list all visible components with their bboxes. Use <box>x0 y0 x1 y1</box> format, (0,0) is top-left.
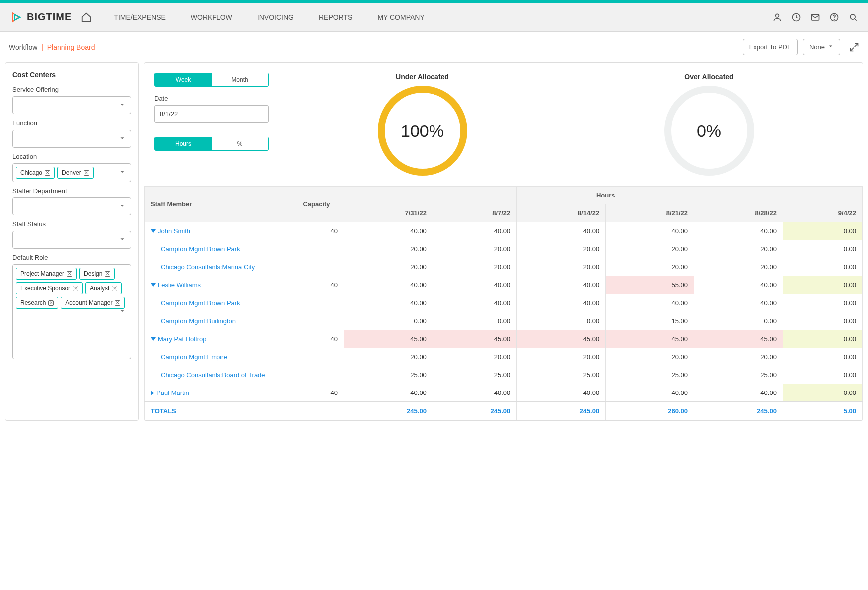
cell-hours[interactable]: 40.00 <box>344 384 433 402</box>
staff-link[interactable]: Paul Martin <box>151 389 283 396</box>
logo[interactable]: BIGTIME <box>10 11 72 24</box>
cell-hours[interactable]: 40.00 <box>694 222 783 240</box>
project-link[interactable]: Campton Mgmt:Empire <box>151 353 283 361</box>
select-function[interactable] <box>12 130 131 148</box>
cell-hours[interactable]: 0.00 <box>783 312 862 330</box>
expand-icon[interactable] <box>151 391 154 395</box>
cell-hours[interactable]: 40.00 <box>517 294 606 312</box>
project-link[interactable]: Chicago Consultants:Marina City <box>151 263 283 271</box>
cell-hours[interactable]: 20.00 <box>694 348 783 366</box>
select-status[interactable] <box>12 231 131 249</box>
cell-hours[interactable]: 0.00 <box>783 240 862 258</box>
cell-hours[interactable]: 40.00 <box>694 384 783 402</box>
help-icon[interactable] <box>829 12 839 22</box>
chip-remove-icon[interactable]: ✕ <box>45 170 50 176</box>
cell-hours[interactable]: 0.00 <box>783 276 862 294</box>
chip-remove-icon[interactable]: ✕ <box>115 300 120 306</box>
cell-hours[interactable]: 25.00 <box>694 366 783 384</box>
cell-hours[interactable]: 40.00 <box>344 276 433 294</box>
select-service-offering[interactable] <box>12 96 131 114</box>
select-location[interactable]: Chicago✕Denver✕ <box>12 163 131 182</box>
project-link[interactable]: Campton Mgmt:Brown Park <box>151 245 283 253</box>
chip-remove-icon[interactable]: ✕ <box>105 271 110 277</box>
cell-hours[interactable]: 20.00 <box>606 240 694 258</box>
cell-hours[interactable]: 0.00 <box>433 312 516 330</box>
chip-remove-icon[interactable]: ✕ <box>84 170 89 176</box>
date-input[interactable] <box>154 105 269 123</box>
cell-hours[interactable]: 25.00 <box>344 366 433 384</box>
cell-hours[interactable]: 20.00 <box>344 240 433 258</box>
cell-hours[interactable]: 20.00 <box>433 240 516 258</box>
cell-hours[interactable]: 0.00 <box>783 384 862 402</box>
home-icon[interactable] <box>81 12 92 23</box>
cell-hours[interactable]: 45.00 <box>694 330 783 348</box>
cell-hours[interactable]: 40.00 <box>344 222 433 240</box>
nav-item-my-company[interactable]: MY COMPANY <box>377 13 424 21</box>
cell-hours[interactable]: 45.00 <box>517 330 606 348</box>
breadcrumb-root[interactable]: Workflow <box>9 43 37 51</box>
clock-icon[interactable] <box>791 12 801 22</box>
cell-hours[interactable]: 0.00 <box>783 348 862 366</box>
allocation-table-wrap[interactable]: Staff Member Capacity Hours 7/31/228/7/2… <box>144 186 863 420</box>
cell-hours[interactable]: 20.00 <box>606 258 694 276</box>
chip-remove-icon[interactable]: ✕ <box>48 300 54 306</box>
select-default-role[interactable]: Project Manager✕Design✕Executive Sponsor… <box>12 264 131 359</box>
cell-hours[interactable]: 20.00 <box>433 258 516 276</box>
cell-hours[interactable]: 40.00 <box>606 294 694 312</box>
cell-hours[interactable]: 20.00 <box>517 348 606 366</box>
select-department[interactable] <box>12 197 131 215</box>
cell-hours[interactable]: 20.00 <box>344 348 433 366</box>
unit-percent[interactable]: % <box>212 137 268 150</box>
cell-hours[interactable]: 45.00 <box>433 330 516 348</box>
cell-hours[interactable]: 25.00 <box>433 366 516 384</box>
project-link[interactable]: Campton Mgmt:Brown Park <box>151 299 283 307</box>
cell-hours[interactable]: 40.00 <box>433 294 516 312</box>
nav-item-invoicing[interactable]: INVOICING <box>257 13 294 21</box>
cell-hours[interactable]: 0.00 <box>783 294 862 312</box>
cell-hours[interactable]: 45.00 <box>344 330 433 348</box>
expand-icon[interactable] <box>849 42 859 52</box>
cell-hours[interactable]: 40.00 <box>606 384 694 402</box>
mail-icon[interactable] <box>810 12 820 22</box>
staff-link[interactable]: Mary Pat Holtrop <box>151 335 283 343</box>
cell-hours[interactable]: 40.00 <box>694 276 783 294</box>
project-link[interactable]: Campton Mgmt:Burlington <box>151 317 283 325</box>
cell-hours[interactable]: 20.00 <box>517 240 606 258</box>
cell-hours[interactable]: 25.00 <box>606 366 694 384</box>
cell-hours[interactable]: 20.00 <box>606 348 694 366</box>
user-icon[interactable] <box>772 12 782 22</box>
cell-hours[interactable]: 15.00 <box>606 312 694 330</box>
cell-hours[interactable]: 0.00 <box>694 312 783 330</box>
project-link[interactable]: Chicago Consultants:Board of Trade <box>151 371 283 379</box>
cell-hours[interactable]: 40.00 <box>433 384 516 402</box>
expand-icon[interactable] <box>151 283 156 287</box>
cell-hours[interactable]: 20.00 <box>694 258 783 276</box>
view-dropdown[interactable]: None <box>803 39 840 55</box>
cell-hours[interactable]: 40.00 <box>517 222 606 240</box>
export-pdf-button[interactable]: Export To PDF <box>743 39 798 55</box>
chip-remove-icon[interactable]: ✕ <box>67 271 72 277</box>
cell-hours[interactable]: 0.00 <box>783 258 862 276</box>
nav-item-time-expense[interactable]: TIME/EXPENSE <box>114 13 165 21</box>
chip-remove-icon[interactable]: ✕ <box>112 286 117 291</box>
cell-hours[interactable]: 0.00 <box>783 330 862 348</box>
staff-link[interactable]: John Smith <box>151 227 283 235</box>
expand-icon[interactable] <box>151 337 156 341</box>
period-week[interactable]: Week <box>155 73 212 86</box>
chip-remove-icon[interactable]: ✕ <box>73 286 78 291</box>
expand-icon[interactable] <box>151 229 156 233</box>
cell-hours[interactable]: 0.00 <box>783 366 862 384</box>
unit-hours[interactable]: Hours <box>155 137 212 150</box>
cell-hours[interactable]: 20.00 <box>344 258 433 276</box>
cell-hours[interactable]: 55.00 <box>606 276 694 294</box>
search-icon[interactable] <box>848 12 858 22</box>
cell-hours[interactable]: 20.00 <box>694 240 783 258</box>
cell-hours[interactable]: 40.00 <box>606 222 694 240</box>
cell-hours[interactable]: 0.00 <box>517 312 606 330</box>
staff-link[interactable]: Leslie Williams <box>151 281 283 289</box>
cell-hours[interactable]: 45.00 <box>606 330 694 348</box>
cell-hours[interactable]: 20.00 <box>433 348 516 366</box>
cell-hours[interactable]: 40.00 <box>433 276 516 294</box>
cell-hours[interactable]: 40.00 <box>344 294 433 312</box>
cell-hours[interactable]: 0.00 <box>783 222 862 240</box>
